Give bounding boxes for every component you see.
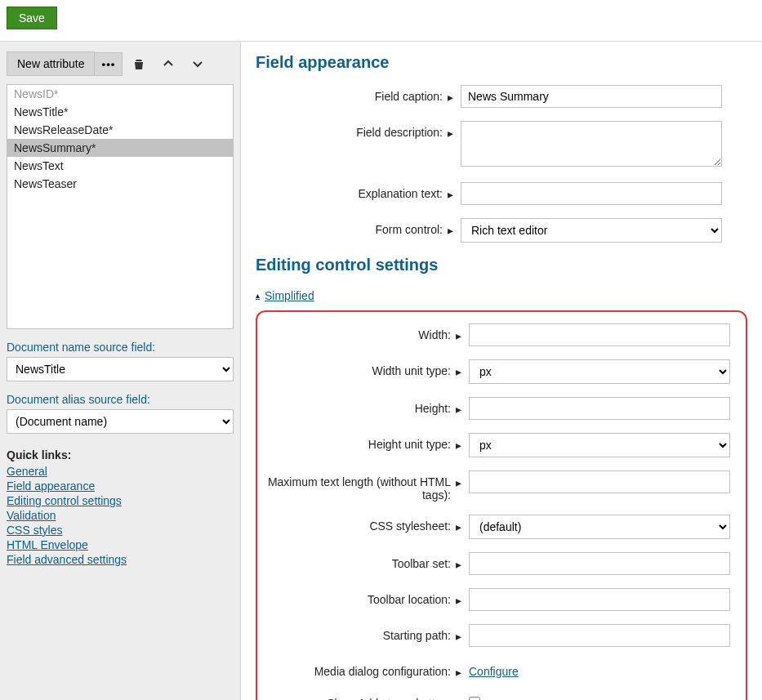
width-unit-label: Width unit type: [264, 359, 456, 377]
width-input[interactable] [469, 323, 730, 346]
sidebar: New attribute ••• NewsID*NewsTitle*NewsR… [0, 42, 241, 700]
field-list-item[interactable]: NewsTitle* [7, 103, 233, 121]
caret-right-icon: ▸ [456, 588, 466, 607]
trash-icon [132, 57, 145, 70]
doc-alias-source-select[interactable]: (Document name) [7, 409, 234, 434]
doc-alias-source-label: Document alias source field: [7, 393, 234, 406]
caret-right-icon: ▸ [456, 323, 466, 342]
field-list-item[interactable]: NewsReleaseDate* [7, 121, 233, 139]
show-stamp-checkbox[interactable] [469, 697, 480, 701]
quick-links-heading: Quick links: [7, 448, 234, 461]
media-dialog-label: Media dialog configuration: [264, 660, 456, 678]
field-description-label: Field description: [256, 121, 448, 139]
configure-link[interactable]: Configure [469, 665, 519, 678]
max-text-length-input[interactable] [469, 470, 730, 493]
caret-right-icon: ▸ [456, 397, 466, 416]
caret-right-icon: ▸ [456, 692, 466, 701]
doc-name-source-label: Document name source field: [7, 341, 234, 354]
css-stylesheet-select[interactable]: (default) [469, 515, 730, 539]
caret-right-icon: ▸ [456, 624, 466, 643]
width-label: Width: [264, 323, 456, 341]
quick-link[interactable]: Field appearance [7, 479, 234, 493]
toolbar-set-label: Toolbar set: [264, 552, 456, 570]
quick-link[interactable]: HTML Envelope [7, 538, 234, 551]
field-list-item[interactable]: NewsText [7, 157, 233, 175]
main-panel: Field appearance Field caption: ▸ Field … [241, 42, 762, 700]
starting-path-input[interactable] [469, 624, 730, 647]
caret-right-icon: ▸ [456, 359, 466, 378]
explanation-text-input[interactable] [461, 182, 722, 205]
quick-link[interactable]: Field advanced settings [7, 553, 234, 566]
width-unit-select[interactable]: px [469, 359, 730, 384]
height-unit-label: Height unit type: [264, 433, 456, 451]
caret-right-icon: ▸ [456, 552, 466, 571]
caret-right-icon: ▸ [456, 470, 466, 489]
height-unit-select[interactable]: px [469, 433, 730, 457]
caret-right-icon: ▸ [448, 218, 457, 237]
form-control-select[interactable]: Rich text editor [461, 218, 722, 243]
field-list-item[interactable]: NewsSummary* [7, 139, 233, 157]
quick-link[interactable]: Validation [7, 509, 234, 522]
caret-right-icon: ▸ [448, 85, 457, 104]
height-label: Height: [264, 397, 456, 415]
field-description-textarea[interactable] [461, 121, 722, 167]
show-stamp-label: Show Add stamp button: [264, 692, 456, 701]
editing-settings-box: Width: ▸ Width unit type: ▸ px Height: ▸… [256, 310, 747, 701]
toolbar-location-label: Toolbar location: [264, 588, 456, 606]
simplified-toggle[interactable]: Simplified [256, 289, 314, 302]
more-actions-button[interactable]: ••• [95, 52, 123, 76]
doc-name-source-select[interactable]: NewsTitle [7, 357, 234, 381]
quick-link[interactable]: General [7, 465, 234, 478]
chevron-down-icon [191, 57, 204, 70]
section-editing-control-title: Editing control settings [256, 256, 747, 274]
starting-path-label: Starting path: [264, 624, 456, 642]
explanation-text-label: Explanation text: [256, 182, 448, 200]
delete-button[interactable] [126, 52, 152, 75]
form-control-label: Form control: [256, 218, 448, 236]
quick-link[interactable]: CSS styles [7, 524, 234, 537]
field-list-item[interactable]: NewsTeaser [7, 175, 233, 193]
max-text-length-label: Maximum text length (without HTML tags): [264, 470, 456, 502]
caret-right-icon: ▸ [456, 660, 466, 679]
field-caption-label: Field caption: [256, 85, 448, 103]
chevron-up-icon [162, 57, 175, 70]
caret-right-icon: ▸ [456, 515, 466, 533]
caret-right-icon: ▸ [448, 182, 457, 201]
caret-right-icon: ▸ [456, 433, 466, 452]
section-field-appearance-title: Field appearance [256, 53, 747, 72]
toolbar-location-input[interactable] [469, 588, 730, 611]
height-input[interactable] [469, 397, 730, 420]
caret-right-icon: ▸ [448, 121, 457, 140]
quick-links: GeneralField appearanceEditing control s… [7, 465, 234, 566]
move-down-button[interactable] [185, 52, 211, 75]
quick-link[interactable]: Editing control settings [7, 494, 234, 507]
field-list[interactable]: NewsID*NewsTitle*NewsReleaseDate*NewsSum… [7, 84, 234, 329]
save-button[interactable]: Save [7, 7, 57, 29]
toolbar-set-input[interactable] [469, 552, 730, 575]
css-stylesheet-label: CSS stylesheet: [264, 515, 456, 533]
field-list-item[interactable]: NewsID* [7, 85, 233, 103]
move-up-button[interactable] [155, 52, 181, 75]
new-attribute-button[interactable]: New attribute [7, 51, 95, 76]
field-caption-input[interactable] [461, 85, 722, 108]
